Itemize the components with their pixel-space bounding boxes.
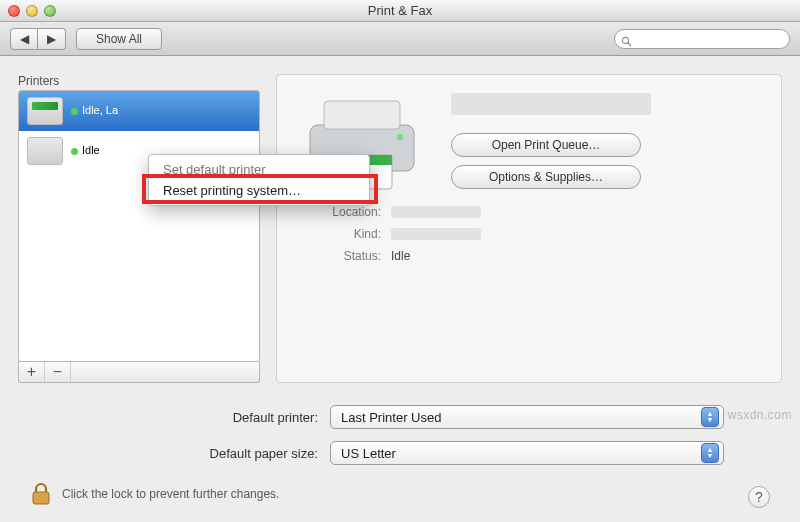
plus-icon: + [27, 363, 36, 381]
default-printer-value: Last Printer Used [341, 410, 441, 425]
printers-heading: Printers [18, 74, 260, 88]
back-arrow-icon: ◀ [20, 32, 29, 46]
back-button[interactable]: ◀ [10, 28, 38, 50]
menu-reset-printing-system[interactable]: Reset printing system… [149, 180, 369, 201]
help-icon: ? [755, 489, 763, 505]
printer-detail-pane: Open Print Queue… Options & Supplies… Lo… [276, 74, 782, 383]
add-printer-button[interactable]: + [19, 362, 45, 382]
status-label: Status: [297, 249, 381, 263]
printers-list[interactable]: Idle, La Idle [18, 90, 260, 362]
help-button[interactable]: ? [748, 486, 770, 508]
lock-icon[interactable] [30, 482, 52, 506]
window-titlebar: Print & Fax [0, 0, 800, 22]
default-printer-popup[interactable]: Last Printer Used ▲▼ [330, 405, 724, 429]
svg-line-1 [628, 42, 631, 45]
kind-label: Kind: [297, 227, 381, 241]
svg-rect-3 [324, 101, 400, 129]
open-print-queue-button[interactable]: Open Print Queue… [451, 133, 641, 157]
default-paper-label: Default paper size: [18, 446, 318, 461]
printer-status-sub: Idle, La [82, 104, 118, 118]
add-remove-bar: + − [18, 361, 260, 383]
status-value: Idle [391, 249, 410, 263]
toolbar: ◀ ▶ Show All [0, 22, 800, 56]
nav-back-forward: ◀ ▶ [10, 28, 66, 50]
printer-icon [27, 137, 63, 165]
printer-name-placeholder [451, 93, 651, 115]
search-icon [621, 33, 632, 45]
options-supplies-button[interactable]: Options & Supplies… [451, 165, 641, 189]
menu-set-default-printer[interactable]: Set default printer [149, 159, 369, 180]
printer-status-sub: Idle [82, 144, 100, 158]
lock-text: Click the lock to prevent further change… [62, 487, 279, 501]
status-dot-icon [71, 108, 78, 115]
context-menu: Set default printer Reset printing syste… [148, 154, 370, 206]
remove-printer-button[interactable]: − [45, 362, 71, 382]
kind-value-placeholder [391, 228, 481, 240]
watermark: wsxdn.com [727, 408, 792, 422]
status-dot-icon [71, 148, 78, 155]
options-supplies-label: Options & Supplies… [489, 170, 603, 184]
default-paper-value: US Letter [341, 446, 396, 461]
popup-arrows-icon: ▲▼ [701, 443, 719, 463]
search-input[interactable] [636, 33, 783, 45]
default-printer-label: Default printer: [18, 410, 318, 425]
search-field[interactable] [614, 29, 790, 49]
location-value-placeholder [391, 206, 481, 218]
minus-icon: − [53, 363, 62, 381]
show-all-button[interactable]: Show All [76, 28, 162, 50]
forward-button[interactable]: ▶ [38, 28, 66, 50]
printer-list-item[interactable]: Idle, La [19, 91, 259, 131]
popup-arrows-icon: ▲▼ [701, 407, 719, 427]
window-title: Print & Fax [0, 3, 800, 18]
content-area: Printers Idle, La Idle [0, 56, 800, 522]
svg-rect-7 [33, 492, 49, 504]
svg-point-6 [397, 134, 403, 140]
open-print-queue-label: Open Print Queue… [492, 138, 601, 152]
printers-sidebar: Printers Idle, La Idle [18, 74, 260, 383]
printer-icon [27, 97, 63, 125]
location-label: Location: [297, 205, 381, 219]
lock-row: Click the lock to prevent further change… [30, 482, 279, 506]
default-paper-popup[interactable]: US Letter ▲▼ [330, 441, 724, 465]
show-all-label: Show All [96, 32, 142, 46]
forward-arrow-icon: ▶ [47, 32, 56, 46]
